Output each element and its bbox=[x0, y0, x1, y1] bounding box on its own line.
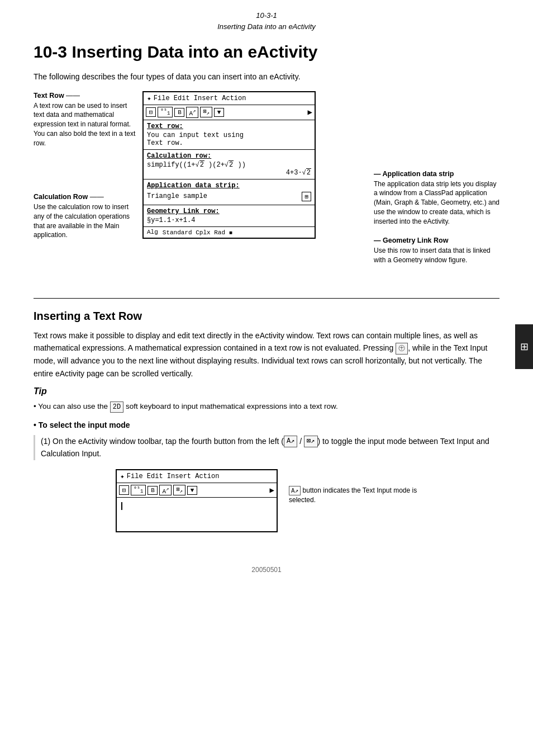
bottom-annotation: A↗ button indicates the Text Input mode … bbox=[289, 469, 417, 505]
screen-titlebar: ✦ File Edit Insert Action bbox=[144, 92, 315, 105]
status-alg: Alg bbox=[147, 229, 158, 236]
app-strip-ann-title: — Application data strip bbox=[374, 169, 499, 179]
bottom-scroll-right: ▶ bbox=[270, 485, 274, 495]
calc-row-label: Calculation row: bbox=[147, 152, 311, 160]
page-footer: 20050501 bbox=[0, 555, 533, 579]
geo-link-label: Geometry Link row: bbox=[147, 207, 311, 215]
app-strip-name: Triangle sample bbox=[147, 192, 207, 200]
bottom-text-mode-btn[interactable]: A↗ bbox=[159, 485, 172, 496]
right-annotations: — Application data strip The application… bbox=[374, 91, 499, 265]
cursor bbox=[121, 502, 122, 510]
bottom-screen-body bbox=[117, 498, 277, 531]
text-row-title: Text Row —— bbox=[34, 91, 137, 101]
screen-toolbar: ⊟ ⁰⁵1 B A↗ ⊠↗ ▼ ▶ bbox=[144, 105, 315, 120]
geo-link-content: §y=1.1·x+1.4 bbox=[147, 216, 311, 224]
scroll-right-icon: ▶ bbox=[308, 107, 312, 117]
text-row-desc: A text row can be used to insert text da… bbox=[34, 101, 137, 148]
app-strip-icon: ⊞ bbox=[302, 192, 311, 201]
main-diagram: Text Row —— A text row can be used to in… bbox=[34, 91, 499, 281]
bottom-screen-titlebar: ✦ File Edit Insert Action bbox=[117, 470, 277, 483]
geo-link-ann-text: Use this row to insert data that is link… bbox=[374, 246, 499, 265]
app-strip-label: Application data strip: bbox=[147, 182, 311, 190]
calculator-screen: ✦ File Edit Insert Action ⊟ ⁰⁵1 B A↗ ⊠↗ … bbox=[142, 91, 316, 239]
left-annotations: Text Row —— A text row can be used to in… bbox=[34, 91, 137, 240]
status-standard: Standard Cplx Rad ◾ bbox=[163, 229, 232, 236]
text-row-content1: You can input text using bbox=[147, 131, 311, 139]
tip-heading: Tip bbox=[34, 386, 499, 396]
section1-heading: Inserting a Text Row bbox=[34, 310, 499, 323]
app-strip-content: Triangle sample ⊞ bbox=[147, 191, 311, 202]
calc-row-result: 4+3·√2 bbox=[147, 169, 311, 177]
calc-row-annotation: Calculation Row —— Use the calculation r… bbox=[34, 192, 137, 240]
screen-area: ✦ File Edit Insert Action ⊟ ⁰⁵1 B A↗ ⊠↗ … bbox=[142, 91, 365, 239]
classpad-logo: ✦ bbox=[147, 94, 151, 103]
2d-key: 2D bbox=[110, 401, 123, 413]
text-mode-btn[interactable]: A↗ bbox=[186, 107, 198, 118]
chapter-title: 10-3 Inserting Data into an eActivity bbox=[34, 42, 499, 62]
bottom-bold-btn[interactable]: B bbox=[147, 486, 158, 495]
calc-mode-key: ⊠↗ bbox=[304, 436, 317, 447]
status-bar: Alg Standard Cplx Rad ◾ bbox=[144, 227, 315, 238]
section-divider bbox=[34, 298, 499, 299]
geo-link-ann: — Geometry Link Row Use this row to inse… bbox=[374, 236, 499, 264]
bottom-screen-toolbar: ⊟ ⁰⁵1 B A↗ ⊠↗ ▼ ▶ bbox=[117, 483, 277, 498]
bottom-save-btn[interactable]: ⊟ bbox=[119, 485, 129, 495]
page-header-line1: 10-3-1 bbox=[256, 11, 277, 20]
menu-bar: File Edit Insert Action bbox=[154, 94, 246, 102]
exe-key: ㊉ bbox=[396, 343, 408, 355]
geo-link-ann-title: — Geometry Link Row bbox=[374, 236, 499, 246]
tip-text: • You can also use the 2D soft keyboard … bbox=[34, 401, 499, 412]
save-btn[interactable]: ⊟ bbox=[146, 107, 156, 117]
bottom-dropdown-btn[interactable]: ▼ bbox=[187, 486, 197, 495]
num-btn[interactable]: ⁰⁵1 bbox=[158, 107, 173, 117]
text-mode-key: A↗ bbox=[284, 436, 297, 447]
text-row-label: Text row: bbox=[147, 122, 311, 130]
text-row-content2: Text row. bbox=[147, 139, 311, 147]
bottom-annotation-text: button indicates the Text Input mode is … bbox=[289, 486, 417, 504]
calc-row-section: Calculation row: simplify((1+√2 )(2+√2 )… bbox=[144, 150, 315, 179]
geo-link-section: Geometry Link row: §y=1.1·x+1.4 bbox=[144, 205, 315, 227]
right-tab: ⊞ bbox=[515, 324, 533, 369]
page-header: 10-3-1 Inserting Data into an eActivity bbox=[0, 0, 533, 36]
app-strip-annotation: — Application data strip The application… bbox=[374, 169, 499, 226]
calc-row-expr: simplify((1+√2 )(2+√2 )) bbox=[147, 161, 311, 169]
bottom-screen: ✦ File Edit Insert Action ⊟ ⁰⁵1 B A↗ ⊠↗ … bbox=[116, 469, 278, 533]
step-1-text: (1) On the eActivity window toolbar, tap… bbox=[41, 435, 499, 460]
calc-row-desc: Use the calculation row to insert any of… bbox=[34, 202, 137, 240]
calc-row-title: Calculation Row —— bbox=[34, 192, 137, 202]
text-row-annotation: Text Row —— A text row can be used to in… bbox=[34, 91, 137, 148]
app-strip-section: Application data strip: Triangle sample … bbox=[144, 179, 315, 205]
bottom-num-btn[interactable]: ⁰⁵1 bbox=[131, 485, 146, 495]
app-strip-ann-text: The application data strip lets you disp… bbox=[374, 179, 499, 226]
subsection-title: • To select the input mode bbox=[34, 420, 499, 429]
calc-mode-btn[interactable]: ⊠↗ bbox=[200, 107, 212, 117]
bottom-diagram: ✦ File Edit Insert Action ⊟ ⁰⁵1 B A↗ ⊠↗ … bbox=[34, 469, 499, 533]
bottom-classpad-logo: ✦ bbox=[120, 472, 125, 481]
step-1: (1) On the eActivity window toolbar, tap… bbox=[34, 435, 499, 460]
section1-para1: Text rows make it possible to display an… bbox=[34, 329, 499, 380]
text-row-section: Text row: You can input text using Text … bbox=[144, 120, 315, 150]
bottom-menu-bar: File Edit Insert Action bbox=[127, 472, 220, 480]
bold-btn[interactable]: B bbox=[174, 108, 184, 117]
page-header-line2: Inserting Data into an eActivity bbox=[217, 22, 316, 31]
text-mode-indicator: A↗ bbox=[289, 486, 301, 495]
intro-paragraph: The following describes the four types o… bbox=[34, 72, 499, 81]
bottom-calc-mode-btn[interactable]: ⊠↗ bbox=[173, 485, 185, 495]
dropdown-btn[interactable]: ▼ bbox=[214, 108, 224, 117]
footer-date: 20050501 bbox=[251, 566, 281, 574]
grid-icon: ⊞ bbox=[520, 341, 529, 353]
